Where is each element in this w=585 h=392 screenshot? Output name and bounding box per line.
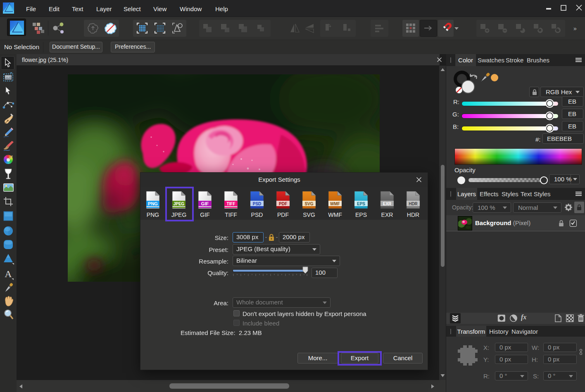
svg-text:A: A [5, 268, 12, 279]
svg-text:TIFF: TIFF [226, 202, 235, 206]
svg-text:EXR: EXR [383, 202, 392, 206]
svg-text:PSD: PSD [253, 202, 262, 206]
svg-text:PNG: PNG [148, 201, 158, 206]
svg-text:HDR: HDR [409, 202, 418, 206]
svg-text:GIF: GIF [201, 201, 209, 206]
svg-text:SVG: SVG [304, 202, 313, 206]
svg-text:WMF: WMF [330, 202, 340, 206]
svg-text:EPS: EPS [357, 202, 365, 206]
svg-text:PDF: PDF [279, 202, 287, 206]
